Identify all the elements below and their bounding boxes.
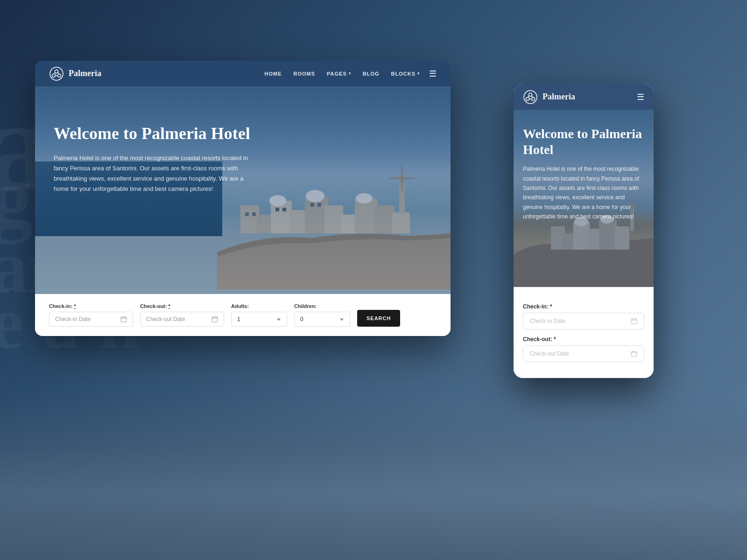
mobile-hero-description: Palmeria Hotel is one of the most recogn… — [523, 164, 644, 221]
nav-rooms[interactable]: ROOMS — [294, 71, 316, 77]
desktop-hero-description: Palmeria Hotel is one of the most recogn… — [54, 153, 250, 194]
mobile-checkout-input[interactable]: Check-out Date — [523, 345, 644, 362]
children-chevron-icon — [339, 317, 344, 322]
nav-pages[interactable]: PAGES ▾ — [327, 71, 351, 77]
mobile-checkout-label: Check-out: * — [523, 336, 644, 343]
svg-rect-32 — [121, 317, 127, 322]
mobile-checkout-calendar-icon — [631, 350, 637, 357]
checkout-label: Check-out: * — [140, 303, 224, 309]
mobile-checkin-label: Check-in: * — [523, 303, 644, 310]
mobile-browser-window: Palmeria ☰ Welcome to Pal — [514, 84, 654, 378]
checkin-required: * — [74, 303, 76, 309]
desktop-logo-text: Palmeria — [69, 69, 101, 78]
blocks-chevron-icon: ▾ — [417, 71, 420, 76]
mobile-navbar: Palmeria ☰ — [514, 84, 654, 110]
mobile-checkin-input[interactable]: Check-in Date — [523, 313, 644, 329]
adults-label: Adults: — [231, 303, 287, 309]
desktop-hero-title: Welcome to Palmeria Hotel — [54, 124, 432, 144]
desktop-menu-icon[interactable]: ☰ — [429, 69, 437, 79]
mobile-menu-icon[interactable]: ☰ — [637, 92, 644, 102]
svg-point-3 — [58, 74, 61, 77]
svg-line-44 — [528, 96, 529, 98]
children-field: Children: 0 — [294, 303, 350, 327]
desktop-nav-links: HOME ROOMS PAGES ▾ BLOG BLOCKS ▾ — [265, 71, 420, 77]
checkin-input[interactable]: Check-in Date — [49, 312, 133, 327]
mobile-checkout-field: Check-out: * Check-out Date — [523, 336, 644, 362]
pages-chevron-icon: ▾ — [349, 71, 351, 76]
svg-rect-36 — [212, 317, 218, 322]
checkin-field: Check-in: * Check-in Date — [49, 303, 133, 327]
desktop-hero-section: Welcome to Palmeria Hotel Palmeria Hotel… — [35, 86, 451, 336]
nav-home[interactable]: HOME — [265, 71, 282, 77]
mobile-logo[interactable]: Palmeria — [523, 90, 575, 105]
desktop-navbar: Palmeria HOME ROOMS PAGES ▾ BLOG BLOCKS … — [35, 61, 451, 86]
svg-rect-65 — [631, 351, 637, 357]
mobile-logo-text: Palmeria — [543, 92, 575, 102]
checkin-calendar-icon — [120, 316, 127, 322]
bg-scene-bottom — [0, 397, 747, 560]
mobile-logo-icon — [523, 90, 538, 105]
checkout-calendar-icon — [211, 316, 218, 322]
svg-rect-61 — [631, 319, 637, 324]
adults-chevron-icon — [276, 317, 281, 322]
svg-point-0 — [50, 67, 63, 80]
mobile-booking-form: Check-in: * Check-in Date Check-out: * C… — [514, 294, 654, 378]
svg-point-43 — [532, 97, 535, 100]
checkout-input[interactable]: Check-out Date — [140, 312, 224, 327]
checkin-label: Check-in: * — [49, 303, 133, 309]
mobile-hero-section: Welcome to Palmeria Hotel Palmeria Hotel… — [514, 110, 654, 287]
mobile-checkin-field: Check-in: * Check-in Date — [523, 303, 644, 329]
adults-select[interactable]: 1 — [231, 312, 287, 327]
checkout-required: * — [169, 303, 170, 309]
svg-point-40 — [524, 91, 537, 104]
search-button[interactable]: SEARCH — [357, 310, 400, 327]
desktop-browser-window: Palmeria HOME ROOMS PAGES ▾ BLOG BLOCKS … — [35, 61, 451, 336]
mobile-checkin-calendar-icon — [631, 318, 637, 324]
nav-blog[interactable]: BLOG — [363, 71, 380, 77]
mobile-hero-content: Welcome to Palmeria Hotel Palmeria Hotel… — [514, 110, 654, 222]
nav-blocks[interactable]: BLOCKS ▾ — [391, 71, 420, 77]
logo-icon — [49, 66, 64, 81]
desktop-hero-content: Welcome to Palmeria Hotel Palmeria Hotel… — [35, 86, 451, 195]
desktop-booking-form: Check-in: * Check-in Date Check-out: — [35, 294, 451, 336]
svg-line-4 — [54, 72, 55, 74]
mobile-hero-title: Welcome to Palmeria Hotel — [523, 126, 644, 157]
desktop-logo[interactable]: Palmeria — [49, 66, 101, 81]
checkout-field: Check-out: * Check-out Date — [140, 303, 224, 327]
svg-line-5 — [58, 72, 59, 74]
adults-field: Adults: 1 — [231, 303, 287, 327]
children-select[interactable]: 0 — [294, 312, 350, 327]
children-label: Children: — [294, 303, 350, 309]
svg-line-45 — [532, 96, 533, 98]
svg-point-42 — [526, 97, 529, 100]
svg-point-2 — [52, 74, 56, 77]
